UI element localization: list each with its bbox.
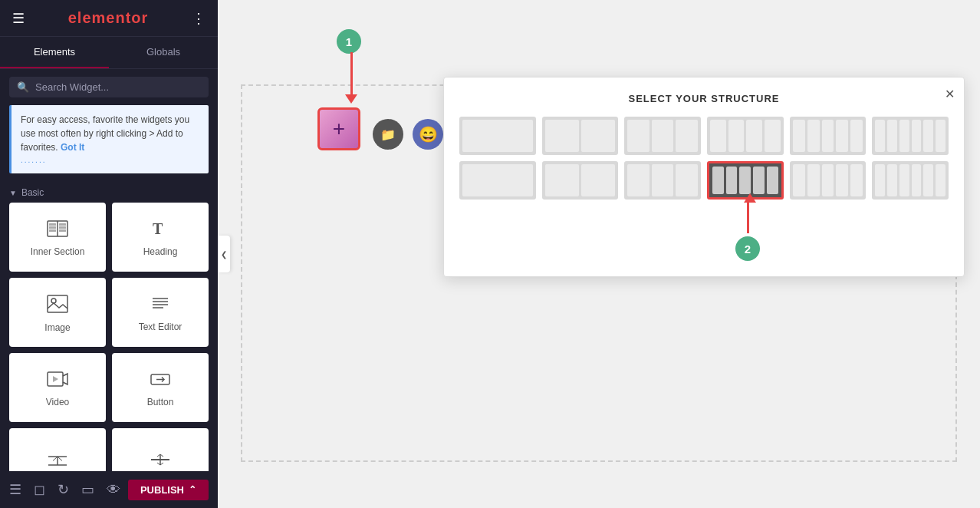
button-icon [150,371,171,391]
structure-option-4col[interactable] [707,117,784,155]
widget-video[interactable]: Video [9,353,106,422]
structure-option-3col[interactable] [624,117,701,155]
widget-button-label: Button [147,397,174,407]
svg-rect-2 [49,223,56,226]
col-block [676,164,698,196]
step2-circle: 2 [735,236,760,261]
col-block [652,120,674,152]
col-block [746,120,762,152]
structure-option-2col[interactable] [542,117,619,155]
search-input[interactable] [35,81,201,93]
col-block [887,164,897,196]
col-block [887,120,897,152]
structure-option-r2-3col[interactable] [624,161,701,200]
widget-image-label: Image [44,322,70,333]
step2-area: 2 [459,200,949,261]
section-basic-label: ▼ Basic [0,181,218,203]
structure-close-button[interactable]: ✕ [945,87,955,101]
widget-heading[interactable]: T Heading [112,203,209,272]
stack-icon[interactable]: ◻ [34,481,45,498]
col-block [807,120,820,152]
col-block [899,164,909,196]
layers-icon[interactable]: ☰ [9,481,21,498]
col-block [875,120,885,152]
col-block [581,120,615,152]
col-block [912,120,922,152]
col-block [545,164,579,196]
widget-inner-section[interactable]: Inner Section [9,203,106,272]
col-block [793,164,805,196]
folder-button[interactable]: 📁 [373,119,403,150]
col-block [936,120,945,152]
step1-label: 1 [346,35,352,48]
structure-title: SELECT YOUR STRUCTURE [459,93,949,104]
structure-option-r2-5colb[interactable] [790,161,867,200]
widget-text-editor[interactable]: Text Editor [112,278,209,347]
hamburger-icon[interactable]: ☰ [12,10,25,27]
widget-inner-section-label: Inner Section [31,246,85,257]
arrow-head-down [345,94,357,104]
arrow-head-up [744,193,756,203]
svg-rect-5 [59,223,66,226]
step1-arrow [345,52,357,104]
col-block [739,167,751,194]
tip-text: For easy access, favorite the widgets yo… [21,114,189,153]
widget-image[interactable]: Image [9,278,106,347]
col-block [807,164,820,196]
structure-option-r2-2col[interactable] [542,161,619,200]
widget-heading-label: Heading [143,246,178,257]
col-block [767,167,778,194]
elementor-logo: elementor [68,9,149,27]
col-block [545,120,579,152]
widgets-grid: Inner Section T Heading Image [0,203,218,503]
structure-option-1col[interactable] [459,117,536,155]
step2-label: 2 [745,242,751,256]
col-block [912,164,922,196]
widget-button[interactable]: Button [112,353,209,422]
svg-line-23 [58,457,62,461]
structure-option-5col[interactable] [790,117,867,155]
structure-option-r2-6col[interactable] [872,161,949,200]
col-block [923,164,933,196]
tip-box: For easy access, favorite the widgets yo… [9,105,209,173]
svg-rect-6 [59,226,66,229]
eye-icon[interactable]: 👁 [107,482,120,498]
col-block [676,120,698,152]
publish-label: PUBLISH [140,484,184,496]
tab-globals[interactable]: Globals [109,37,218,68]
heading-icon: T [150,220,171,240]
smiley-icon: 😄 [419,125,438,143]
search-icon: 🔍 [17,81,29,93]
publish-chevron-icon: ⌃ [189,484,196,495]
svg-rect-3 [49,226,56,229]
history-icon[interactable]: ↻ [58,481,69,498]
col-block [627,164,649,196]
got-it-link[interactable]: Got It [61,142,84,153]
svg-line-22 [53,457,58,461]
sidebar: ☰ elementor ⋮ Elements Globals 🔍 For eas… [0,0,218,508]
svg-text:T: T [153,220,163,237]
structure-option-6col[interactable] [872,117,949,155]
sidebar-header: ☰ elementor ⋮ [0,0,218,37]
section-arrow-icon: ▼ [9,189,17,197]
collapse-handle[interactable]: ❮ [218,236,230,272]
smiley-button[interactable]: 😄 [413,119,443,150]
col-block [822,164,834,196]
publish-button[interactable]: PUBLISH ⌃ [128,480,209,500]
structure-option-r2-1col[interactable] [459,161,536,200]
toolbar-left: ☰ ◻ ↻ ▭ 👁 [9,481,120,498]
col-block [728,120,745,152]
add-element-button[interactable]: + [317,107,360,150]
col-block [581,164,615,196]
tab-elements[interactable]: Elements [0,37,109,68]
divider-icon [47,451,68,471]
section-label-text: Basic [21,187,44,198]
arrow-line-vertical [350,52,353,94]
col-block [710,120,726,152]
svg-rect-4 [49,229,56,232]
svg-marker-16 [53,376,58,382]
responsive-icon[interactable]: ▭ [81,481,94,498]
grid-icon[interactable]: ⋮ [192,10,206,27]
collapse-icon: ❮ [221,250,227,259]
folder-icon: 📁 [380,127,396,142]
